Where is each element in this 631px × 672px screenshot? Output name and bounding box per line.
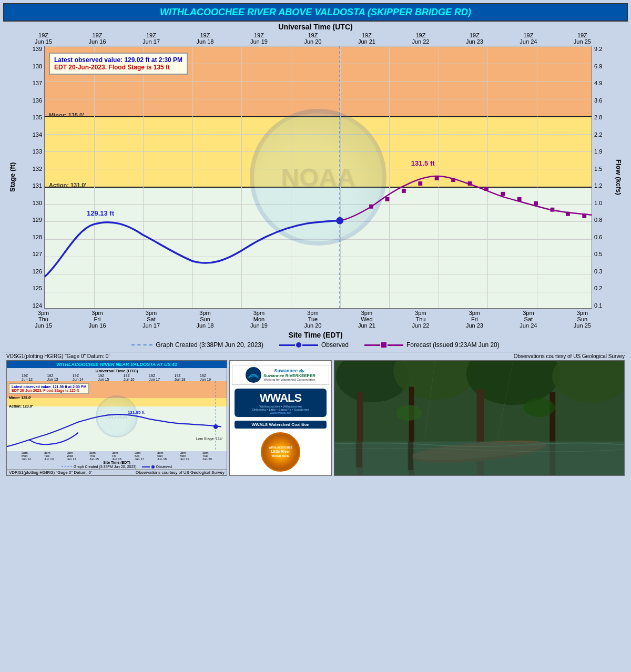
fc-sq-14 bbox=[582, 214, 586, 218]
top-tick-5: 19ZJun 20 bbox=[304, 32, 321, 45]
y-axis-label-right: Flow (kcfs) bbox=[613, 46, 623, 309]
logos-panel: Suwannee 🐟 Suwannee RIVERKEEPER Working … bbox=[229, 360, 332, 476]
btick-2: 3pmSatJun 17 bbox=[143, 310, 160, 329]
legend-purple-line bbox=[364, 344, 380, 346]
legend-observed-label: Observed bbox=[321, 341, 349, 349]
bottom-left-panel: WITHLACOOCHEE RIVER NEAR VALDOSTA AT US … bbox=[6, 360, 227, 476]
bottom-row: WITHLACOOCHEE RIVER NEAR VALDOSTA AT US … bbox=[6, 360, 625, 476]
legend-forecast: Forecast (issued 9:23AM Jun 20) bbox=[364, 341, 500, 349]
top-tick-6: 19ZJun 21 bbox=[358, 32, 375, 45]
legend-dashed-line bbox=[131, 344, 152, 345]
suwannee-name: Suwannee 🐟 bbox=[263, 368, 316, 373]
fc-sq-8 bbox=[484, 187, 488, 191]
main-title: WITHLACOOCHEE RIVER ABOVE VALDOSTA (SKIP… bbox=[3, 3, 628, 22]
btick-4: 3pmMonJun 19 bbox=[250, 310, 268, 329]
btick-6: 3pmWedJun 21 bbox=[358, 310, 375, 329]
legend-graph-created: Graph Created (3:38PM Jun 20, 2023) bbox=[131, 341, 263, 349]
btick-3: 3pmSunJun 18 bbox=[196, 310, 213, 329]
btick-0: 3pmThuJun 15 bbox=[35, 310, 52, 329]
wwals-coalition-logo: WWALS Watershed Coalition bbox=[235, 421, 327, 429]
y-axis-right: 9.2 6.9 4.9 3.6 2.8 2.2 1.9 1.5 1.2 1.0 … bbox=[592, 46, 613, 309]
main-container: WITHLACOOCHEE RIVER ABOVE VALDOSTA (SKIP… bbox=[0, 0, 631, 482]
top-tick-8: 19ZJun 23 bbox=[466, 32, 483, 45]
forest-svg bbox=[334, 361, 624, 475]
legend-observed: Observed bbox=[279, 341, 349, 349]
fc-sq-12 bbox=[551, 208, 555, 212]
fc-sq-2 bbox=[385, 197, 390, 201]
top-tick-4: 19ZJun 19 bbox=[250, 32, 268, 45]
little-river-logo: WITHLACOOCHEE Little River WATER TRAIL bbox=[261, 432, 300, 472]
small-legend-dashed bbox=[62, 466, 72, 467]
small-dip-curve bbox=[29, 433, 78, 445]
fc-sq-6 bbox=[451, 178, 455, 182]
top-info-observations: Observations courtesy of US Geological S… bbox=[514, 353, 625, 359]
fc-sq-5 bbox=[435, 176, 439, 180]
btick-9: 3pmSatJun 24 bbox=[520, 310, 537, 329]
legend-purple-line2 bbox=[388, 344, 403, 346]
top-tick-10: 19ZJun 25 bbox=[574, 32, 591, 45]
small-legend: Graph Created (3:38PM Jun 20, 2023) Obse… bbox=[7, 464, 227, 469]
btick-8: 3pmFriJun 23 bbox=[466, 310, 483, 329]
small-legend-blue-line bbox=[142, 466, 150, 467]
y-axis-left: 139 138 137 136 135 134 133 132 131 130 … bbox=[18, 46, 44, 309]
riverkeeper-name: Suwannee RIVERKEEPER bbox=[263, 373, 316, 378]
top-time-axis: 19ZJun 15 19ZJun 16 19ZJun 17 19ZJun 18 … bbox=[3, 32, 628, 45]
btick-7: 3pmThuJun 22 bbox=[412, 310, 429, 329]
little-river-text: WITHLACOOCHEE Little River WATER TRAIL bbox=[269, 446, 292, 457]
legend-forecast-label: Forecast (issued 9:23AM Jun 20) bbox=[406, 341, 500, 349]
small-legend-observed: Observed bbox=[142, 465, 172, 469]
top-tick-1: 19ZJun 16 bbox=[88, 32, 106, 45]
small-legend-created: Graph Created (3:38PM Jun 20, 2023) bbox=[62, 465, 136, 469]
bottom-time-axis: 3pmThuJun 15 3pmFriJun 16 3pmSatJun 17 3… bbox=[3, 310, 628, 329]
small-chart-footer: VDRG1(plotting HGIRG) "Gage 0" Datum: 0'… bbox=[7, 469, 227, 475]
suwannee-logo-inner: Suwannee 🐟 Suwannee RIVERKEEPER Working … bbox=[234, 367, 327, 383]
suwannee-text-block: Suwannee 🐟 Suwannee RIVERKEEPER Working … bbox=[263, 368, 316, 381]
forecast-curve bbox=[340, 176, 592, 221]
lr-line1: WITHLACOOCHEE bbox=[269, 446, 292, 449]
photo-forest-bg bbox=[334, 361, 624, 475]
fc-sq-3 bbox=[402, 189, 406, 193]
wwals-text: WWALS bbox=[237, 391, 324, 405]
chart-svg bbox=[45, 46, 592, 308]
small-chart-content: NOAA Latest observed value: 121.56 ft at… bbox=[7, 381, 227, 451]
wwals-subtitle: Withlacoochee • WillacoocheeOklawaha • L… bbox=[237, 405, 324, 411]
top-tick-9: 19ZJun 24 bbox=[520, 32, 537, 45]
fc-sq-7 bbox=[468, 181, 472, 186]
info-line1: Latest observed value: 129.02 ft at 2:30… bbox=[54, 56, 182, 64]
small-observed-curve bbox=[7, 414, 221, 446]
btick-5: 3pmTueJun 20 bbox=[304, 310, 321, 329]
chart-body: Stage (ft) 139 138 137 136 135 134 133 1… bbox=[8, 46, 623, 309]
wwals-coalition-text: WWALS Watershed Coalition bbox=[238, 422, 324, 427]
utc-label: Universal Time (UTC) bbox=[3, 23, 628, 31]
btick-10: 3pmSunJun 25 bbox=[574, 310, 591, 329]
top-tick-2: 19ZJun 17 bbox=[143, 32, 160, 45]
small-info-line1: Latest observed value: 121.56 ft at 2:30… bbox=[12, 385, 86, 389]
small-legend-blue-dot bbox=[151, 465, 155, 469]
small-bottom-ticks: 3pmMonJun 12 3pmTueJun 13 3pmWedJun 14 3… bbox=[7, 451, 227, 461]
observed-dot bbox=[336, 217, 343, 225]
wwals-url: www.wwals.net bbox=[237, 411, 324, 414]
small-info-box: Latest observed value: 121.56 ft at 2:30… bbox=[9, 383, 89, 394]
suwannee-icon bbox=[246, 367, 261, 383]
fc-sq-9 bbox=[501, 192, 505, 196]
small-legend-observed-text: Observed bbox=[156, 465, 172, 469]
btick-1: 3pmFriJun 16 bbox=[88, 310, 106, 329]
small-chart-utc: Universal Time (UTC) bbox=[7, 368, 227, 374]
small-site-time: Site Time (EDT) bbox=[7, 461, 227, 464]
info-box: Latest observed value: 129.02 ft at 2:30… bbox=[49, 53, 188, 75]
info-line2: EDT 20-Jun-2023. Flood Stage is 135 ft bbox=[54, 64, 182, 71]
forest-photo bbox=[334, 360, 625, 476]
legend-blue-dot bbox=[296, 342, 301, 348]
top-tick-7: 19ZJun 22 bbox=[412, 32, 429, 45]
svg-point-16 bbox=[524, 398, 555, 417]
legend-purple-square bbox=[381, 342, 386, 348]
small-legend-created-text: Graph Created (3:38PM Jun 20, 2023) bbox=[74, 465, 136, 469]
wwals-logo: WWALS Withlacoochee • WillacoocheeOklawa… bbox=[235, 389, 327, 417]
fc-sq-4 bbox=[418, 181, 422, 186]
footer-observations: Observations courtesy of US Geological S… bbox=[136, 470, 225, 475]
top-info-datum: VDSG1(plotting HGIRG) "Gage 0" Datum: 0' bbox=[6, 353, 109, 359]
suwannee-logo: Suwannee 🐟 Suwannee RIVERKEEPER Working … bbox=[232, 365, 329, 385]
legend-blue-line bbox=[279, 344, 295, 346]
small-info-line2: EDT 20-Jun-2023. Flood Stage is 125 ft bbox=[12, 389, 86, 392]
legend-bar: Graph Created (3:38PM Jun 20, 2023) Obse… bbox=[3, 341, 628, 349]
